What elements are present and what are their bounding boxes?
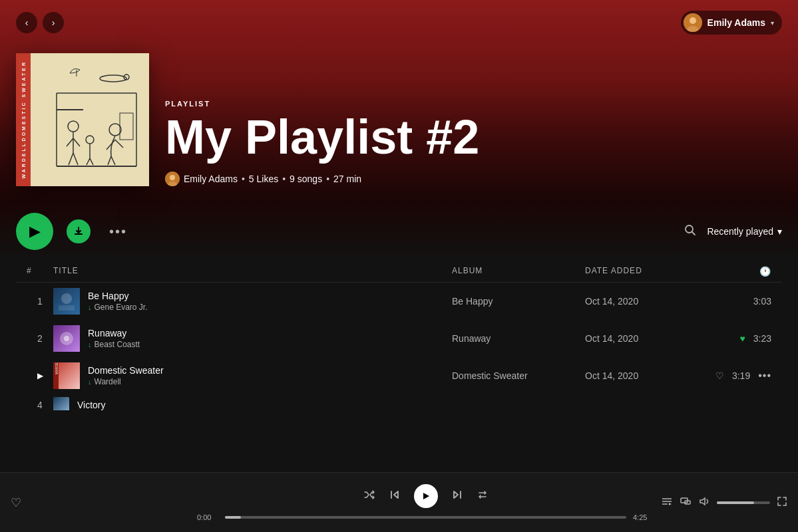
header-title: TITLE [53, 266, 452, 277]
chevron-down-icon: ▾ [771, 19, 774, 27]
duration-value: 3:23 [753, 333, 771, 344]
back-button[interactable]: ‹ [16, 12, 37, 33]
user-profile[interactable]: Emily Adams ▾ [681, 11, 782, 35]
meta-dot-1: • [242, 174, 245, 184]
downloaded-icon: ↓ [88, 340, 92, 348]
table-row[interactable]: 1 Be Happy ↓ Gene Evaro Jr. Be Happy Oct… [16, 283, 782, 320]
current-time: 0:00 [197, 513, 218, 521]
devices-button[interactable] [680, 495, 692, 509]
total-time: 4:25 [633, 513, 654, 521]
svg-line-13 [73, 138, 80, 146]
svg-point-37 [64, 336, 69, 341]
player-controls [363, 484, 489, 508]
shuffle-button[interactable] [363, 489, 375, 503]
progress-fill [225, 516, 241, 519]
meta-dot-2: • [282, 174, 286, 184]
track-name-artist: Be Happy ↓ Gene Evaro Jr. [88, 291, 148, 312]
queue-icon [661, 495, 673, 507]
volume-fill [717, 501, 754, 504]
devices-icon [680, 495, 692, 507]
fullscreen-icon [777, 496, 787, 507]
recently-played-chevron: ▾ [777, 226, 782, 237]
avatar [684, 13, 702, 32]
progress-track[interactable] [225, 516, 626, 519]
track-name-artist: Runaway ↓ Beast Coastt [88, 328, 140, 349]
svg-point-16 [86, 136, 94, 144]
svg-line-18 [87, 158, 90, 165]
volume-track[interactable] [717, 501, 770, 504]
track-more-button[interactable]: ••• [758, 370, 771, 382]
header-date: DATE ADDED [585, 266, 718, 277]
table-row[interactable]: 4 Victory [16, 394, 782, 410]
header-num: # [27, 266, 53, 277]
track-album: Be Happy [452, 296, 585, 307]
controls-bar: ▶ ••• Recently played ▾ [0, 202, 798, 261]
like-button[interactable]: ♡ [715, 370, 724, 381]
track-thumbnail [53, 397, 69, 410]
svg-point-1 [690, 17, 696, 24]
track-date: Oct 14, 2020 [585, 296, 718, 307]
meta-dot-3: • [326, 174, 329, 184]
cover-text-2: WARDELL [21, 142, 26, 179]
table-row[interactable]: 2 Runaway ↓ Beast Coastt Runaway Oct 14,… [16, 320, 782, 357]
playlist-info: DOMESTIC SWEATER WARDELL [0, 40, 798, 202]
download-button[interactable] [67, 219, 91, 243]
svg-point-33 [61, 293, 72, 304]
svg-point-10 [68, 121, 79, 132]
volume-button[interactable] [698, 495, 710, 509]
track-date: Oct 14, 2020 [585, 333, 718, 344]
svg-line-22 [111, 156, 115, 165]
top-nav: ‹ › Emily Adams ▾ [0, 0, 798, 40]
player-center: 0:00 4:25 [197, 484, 654, 521]
player-play-button[interactable] [414, 484, 438, 508]
recently-played-button[interactable]: Recently played ▾ [707, 226, 782, 237]
player-left: ♡ [11, 495, 197, 510]
track-info: Be Happy ↓ Gene Evaro Jr. [53, 288, 452, 315]
queue-button[interactable] [661, 495, 673, 509]
track-name: Domestic Sweater [88, 365, 164, 376]
track-number: 1 [27, 296, 53, 307]
liked-icon: ♥ [739, 333, 745, 344]
track-list-container: # TITLE ALBUM DATE ADDED 🕐 1 Be Happy ↓ … [0, 261, 798, 410]
track-artist: Gene Evaro Jr. [95, 303, 148, 312]
svg-rect-34 [59, 305, 75, 311]
table-row[interactable]: ▶ WARDELL Domestic Sweater ↓ Wardell Dom… [16, 357, 782, 394]
cover-sketch [37, 60, 143, 180]
playlist-title: My Playlist #2 [165, 113, 782, 161]
progress-bar-container: 0:00 4:25 [197, 513, 654, 521]
repeat-button[interactable] [477, 489, 489, 503]
playlist-details: PLAYLIST My Playlist #2 Emily Adams • 5 … [165, 100, 782, 186]
track-date: Oct 14, 2020 [585, 370, 718, 381]
play-button[interactable]: ▶ [16, 213, 53, 250]
fullscreen-button[interactable] [777, 496, 787, 509]
more-options-button[interactable]: ••• [104, 221, 132, 242]
track-artist: Beast Coastt [95, 340, 140, 349]
owner-avatar [165, 172, 180, 186]
forward-button[interactable]: › [43, 12, 64, 33]
track-thumbnail [53, 325, 80, 352]
previous-button[interactable] [389, 489, 401, 503]
download-icon [73, 226, 84, 237]
downloaded-icon: ↓ [88, 378, 92, 386]
track-number: 2 [27, 333, 53, 344]
player-right [654, 495, 787, 509]
nav-buttons: ‹ › [16, 12, 64, 33]
next-button[interactable] [451, 489, 463, 503]
track-album: Domestic Sweater [452, 370, 585, 381]
search-button[interactable] [684, 224, 696, 239]
downloaded-icon: ↓ [88, 303, 92, 311]
repeat-icon [477, 489, 489, 501]
cover-main [31, 53, 149, 186]
track-list-header: # TITLE ALBUM DATE ADDED 🕐 [16, 261, 782, 283]
shuffle-icon [363, 489, 375, 501]
track-album: Runaway [452, 333, 585, 344]
play-icon [421, 491, 431, 501]
cover-side-text: DOMESTIC SWEATER WARDELL [16, 53, 31, 186]
track-thumbnail: WARDELL [53, 362, 80, 389]
svg-point-20 [109, 124, 121, 136]
playlist-meta: Emily Adams • 5 Likes • 9 songs • 27 min [165, 172, 782, 186]
svg-line-12 [67, 138, 73, 146]
svg-line-31 [692, 231, 696, 235]
track-info: Victory [53, 397, 452, 410]
player-heart-button[interactable]: ♡ [11, 495, 21, 510]
